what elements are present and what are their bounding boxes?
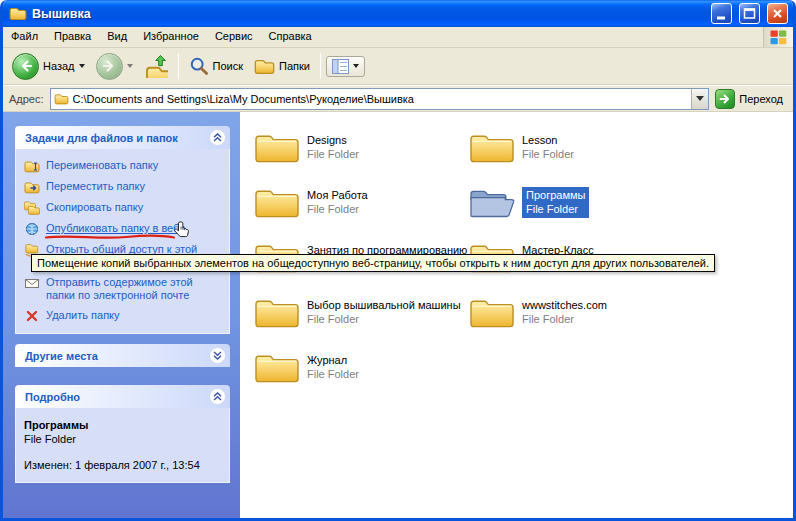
file-name: Выбор вышивальной машины: [307, 298, 461, 312]
task-label: Переместить папку: [46, 180, 145, 193]
folder-icon: [254, 130, 300, 166]
forward-button[interactable]: [91, 51, 138, 82]
task-label: Опубликовать папку в вебе: [46, 222, 185, 235]
panel-title: Задачи для файлов и папок: [25, 132, 178, 144]
folder-icon: [254, 295, 300, 331]
other-places-panel: Другие места: [15, 344, 230, 367]
chevron-down-icon: [353, 64, 359, 68]
chevron-up-icon: [212, 391, 223, 402]
back-icon: [12, 53, 39, 80]
task-email-folder[interactable]: Отправить содержимое этой папки по элект…: [24, 276, 223, 302]
task-rename-folder[interactable]: Переименовать папку: [24, 159, 223, 173]
toolbar-separator: [178, 53, 179, 79]
task-label: Удалить папку: [46, 309, 120, 322]
collapse-button[interactable]: [209, 129, 226, 146]
chevron-up-icon: [212, 132, 223, 143]
toolbar-separator: [320, 53, 321, 79]
address-bar: Адрес: C:\Documents and Settings\Liza\My…: [3, 85, 793, 112]
window-body: Задачи для файлов и папок Переименовать …: [3, 112, 793, 518]
menubar: Файл Правка Вид Избранное Сервис Справка: [3, 27, 793, 48]
address-folder-icon: [54, 93, 69, 105]
file-tile[interactable]: Выбор вышивальной машиныFile Folder: [254, 293, 469, 348]
task-sidebar: Задачи для файлов и папок Переименовать …: [3, 112, 240, 518]
file-type: File Folder: [522, 312, 607, 326]
file-folder-tasks-body: Переименовать папку Переместить папку: [15, 149, 230, 334]
folders-button[interactable]: Папки: [249, 56, 315, 77]
task-publish-folder-to-web[interactable]: Опубликовать папку в вебе: [24, 222, 223, 236]
move-folder-icon: [24, 180, 40, 194]
views-button[interactable]: [326, 56, 365, 77]
open-folder-selected-icon: [469, 185, 515, 221]
window-title: Вышивка: [32, 7, 704, 21]
maximize-button[interactable]: [739, 3, 760, 24]
go-label: Переход: [739, 93, 783, 105]
details-type: File Folder: [24, 432, 223, 446]
file-tile[interactable]: Моя РаботаFile Folder: [254, 183, 469, 238]
task-label: Скопировать папку: [46, 201, 143, 214]
file-tile[interactable]: DesignsFile Folder: [254, 128, 469, 183]
panel-title: Другие места: [25, 350, 98, 362]
menu-item-help[interactable]: Справка: [261, 27, 320, 47]
tooltip: Помещение копий выбранных элементов на о…: [31, 254, 715, 272]
search-label: Поиск: [213, 60, 243, 72]
folder-icon: [254, 185, 300, 221]
task-label: Переименовать папку: [46, 159, 158, 172]
menu-item-file[interactable]: Файл: [3, 27, 46, 47]
panel-title: Подробно: [25, 391, 80, 403]
menu-item-view[interactable]: Вид: [99, 27, 135, 47]
minimize-button[interactable]: [711, 3, 732, 24]
up-button[interactable]: [139, 52, 173, 80]
file-type: File Folder: [522, 147, 574, 161]
back-label: Назад: [43, 60, 75, 72]
task-delete-folder[interactable]: Удалить папку: [24, 309, 223, 323]
expand-button[interactable]: [209, 347, 226, 364]
back-button[interactable]: Назад: [7, 51, 90, 82]
close-button[interactable]: [767, 3, 788, 24]
details-modified: Изменен: 1 февраля 2007 г., 13:54: [24, 458, 223, 472]
folder-icon: [469, 295, 515, 331]
menu-item-favorites[interactable]: Избранное: [135, 27, 207, 47]
file-type: File Folder: [307, 367, 359, 381]
folder-icon: [469, 130, 515, 166]
go-arrow-icon: [715, 89, 735, 109]
task-label: Отправить содержимое этой папки по элект…: [46, 276, 223, 302]
file-name: Журнал: [307, 353, 359, 367]
collapse-button[interactable]: [209, 388, 226, 405]
task-copy-folder[interactable]: Скопировать папку: [24, 201, 223, 215]
folder-icon: [254, 58, 275, 75]
folders-label: Папки: [279, 60, 310, 72]
menu-item-edit[interactable]: Правка: [46, 27, 99, 47]
views-icon: [332, 59, 349, 74]
file-folder-tasks-header[interactable]: Задачи для файлов и папок: [15, 126, 230, 149]
delete-folder-icon: [24, 309, 40, 323]
details-panel: Подробно Программы File Folder Изменен: …: [15, 385, 230, 483]
file-name: wwwstitches.com: [522, 298, 607, 312]
address-input[interactable]: C:\Documents and Settings\Liza\My Docume…: [50, 88, 710, 110]
file-tile-selected[interactable]: ПрограммыFile Folder: [469, 183, 684, 238]
file-tile[interactable]: ЖурналFile Folder: [254, 348, 469, 403]
file-type: File Folder: [307, 312, 461, 326]
details-body: Программы File Folder Изменен: 1 февраля…: [15, 408, 230, 483]
search-button[interactable]: Поиск: [184, 54, 248, 78]
menu-item-tools[interactable]: Сервис: [207, 27, 261, 47]
file-type: File Folder: [307, 147, 359, 161]
go-button[interactable]: Переход: [715, 89, 787, 109]
toolbar: Назад Поиск Папки: [3, 48, 793, 85]
file-name: Lesson: [522, 133, 574, 147]
file-tile[interactable]: LessonFile Folder: [469, 128, 684, 183]
file-tile[interactable]: wwwstitches.comFile Folder: [469, 293, 684, 348]
explorer-window: Вышивка Файл Правка Вид Избранное Сервис…: [0, 0, 796, 521]
address-dropdown-button[interactable]: [691, 89, 708, 109]
file-type: File Folder: [526, 202, 585, 216]
other-places-header[interactable]: Другие места: [15, 344, 230, 367]
titlebar: Вышивка: [3, 0, 793, 27]
details-header[interactable]: Подробно: [15, 385, 230, 408]
rename-folder-icon: [24, 159, 40, 173]
folder-icon: [254, 350, 300, 386]
chevron-down-icon: [79, 64, 85, 68]
task-move-folder[interactable]: Переместить папку: [24, 180, 223, 194]
address-label: Адрес:: [9, 93, 44, 105]
chevron-down-icon: [212, 350, 223, 361]
publish-folder-icon: [24, 222, 40, 236]
forward-icon: [96, 53, 123, 80]
